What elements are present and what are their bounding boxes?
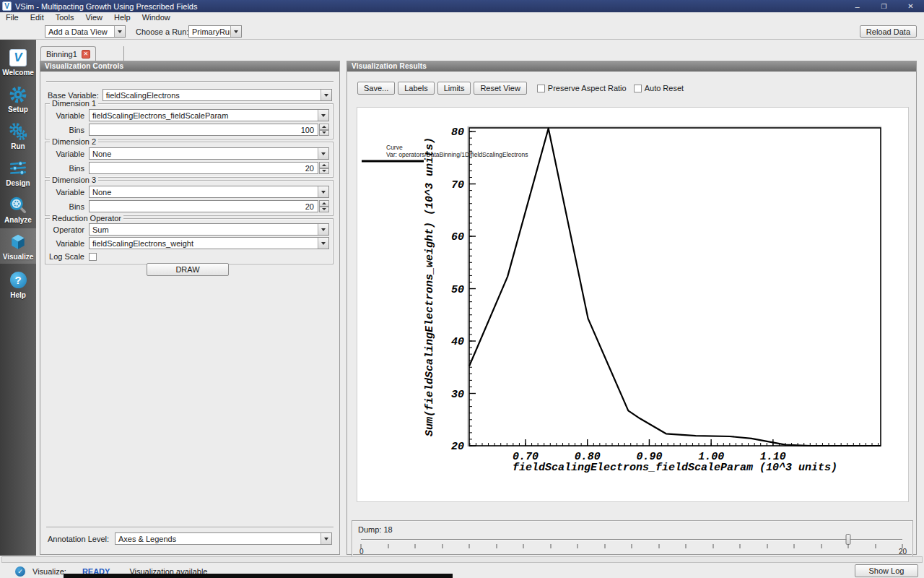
- operator-row: Operator Sum: [48, 223, 329, 236]
- operator-combo[interactable]: Sum: [89, 223, 329, 236]
- reload-data-button[interactable]: Reload Data: [860, 25, 917, 38]
- dim2-variable-value: None: [92, 150, 111, 158]
- tab-strip: Binning1: [36, 40, 340, 61]
- separator: [46, 527, 334, 528]
- base-variable-combo[interactable]: fieldScalingElectrons: [103, 89, 332, 101]
- chevron-down-icon[interactable]: [318, 110, 328, 121]
- dim1-variable-combo[interactable]: fieldScalingElectrons_fieldScaleParam: [89, 109, 329, 121]
- spin-down-icon[interactable]: [319, 207, 329, 213]
- sidebar-item-setup[interactable]: Setup: [0, 81, 36, 116]
- svg-text:fieldScalingElectrons_fieldSca: fieldScalingElectrons_fieldScaleParam (1…: [513, 462, 837, 474]
- status-strip: [1, 556, 923, 563]
- spin-up-icon[interactable]: [319, 200, 329, 207]
- dim2-bins-value[interactable]: 20: [89, 162, 318, 174]
- sidebar-item-welcome[interactable]: Welcome: [0, 44, 36, 79]
- controls-panel-title: Visualization Controls: [40, 61, 339, 72]
- menu-help[interactable]: Help: [108, 12, 136, 23]
- chevron-down-icon[interactable]: [321, 533, 331, 544]
- svg-text:40: 40: [451, 336, 464, 348]
- menu-tools[interactable]: Tools: [50, 12, 80, 23]
- controls-panel-content: Base Variable: fieldScalingElectrons Dim…: [40, 72, 339, 554]
- spin-down-icon[interactable]: [319, 130, 329, 137]
- results-panel-title: Visualization Results: [347, 61, 916, 72]
- dim1-variable-row: Variable fieldScalingElectrons_fieldScal…: [48, 109, 329, 121]
- labels-button[interactable]: Labels: [398, 82, 434, 95]
- log-scale-row: Log Scale: [48, 251, 329, 262]
- reset-view-button[interactable]: Reset View: [474, 82, 526, 95]
- sidebar-item-run[interactable]: Run: [0, 118, 36, 153]
- reduction-variable-value: fieldScalingElectrons_weight: [92, 239, 193, 248]
- add-data-view-combo[interactable]: Add a Data View: [45, 25, 126, 38]
- auto-reset-checkbox[interactable]: [634, 85, 642, 92]
- save-button[interactable]: Save...: [357, 82, 395, 95]
- chevron-down-icon[interactable]: [321, 90, 331, 100]
- menu-edit[interactable]: Edit: [25, 12, 50, 23]
- base-variable-value: fieldScalingElectrons: [106, 91, 180, 100]
- chevron-down-icon[interactable]: [318, 186, 328, 197]
- dim2-bins-spinner[interactable]: 20: [89, 162, 329, 174]
- chevron-down-icon[interactable]: [318, 148, 328, 159]
- variable-label: Variable: [48, 239, 84, 248]
- dim3-variable-combo[interactable]: None: [89, 186, 329, 198]
- log-scale-label: Log Scale: [48, 252, 84, 261]
- base-variable-label: Base Variable:: [48, 91, 99, 100]
- spin-down-icon[interactable]: [319, 168, 329, 175]
- dimension1-group: Dimension 1 Variable fieldScalingElectro…: [45, 103, 334, 139]
- menu-window[interactable]: Window: [136, 12, 176, 23]
- dim1-bins-spinner[interactable]: 100: [89, 124, 329, 136]
- slider-track[interactable]: [361, 539, 902, 540]
- spin-up-icon[interactable]: [319, 162, 329, 168]
- reduction-variable-combo[interactable]: fieldScalingElectrons_weight: [89, 237, 329, 249]
- spinner-buttons: [319, 124, 329, 136]
- minimize-icon[interactable]: [844, 0, 871, 12]
- dump-slider[interactable]: [361, 521, 902, 558]
- chevron-down-icon[interactable]: [230, 26, 241, 37]
- svg-text:70: 70: [451, 179, 464, 191]
- bins-label: Bins: [48, 126, 84, 134]
- chevron-down-icon[interactable]: [318, 238, 328, 249]
- dim3-bins-spinner[interactable]: 20: [89, 200, 329, 212]
- spinner-buttons: [319, 162, 329, 174]
- chevron-down-icon[interactable]: [318, 224, 328, 235]
- cube-icon: [8, 232, 28, 252]
- svg-text:50: 50: [451, 284, 464, 296]
- annotation-level-combo[interactable]: Axes & Legends: [115, 532, 332, 545]
- dim2-variable-combo[interactable]: None: [89, 147, 329, 160]
- panel-splitter[interactable]: [340, 61, 346, 555]
- operator-value: Sum: [92, 225, 109, 234]
- sidebar-item-visualize[interactable]: Visualize: [0, 228, 36, 264]
- choose-run-label: Choose a Run:: [136, 27, 188, 36]
- preserve-aspect-checkbox[interactable]: [537, 85, 545, 92]
- dim3-bins-value[interactable]: 20: [89, 200, 318, 212]
- sidebar: Welcome Setup Run Design Analyze: [0, 40, 36, 556]
- slider-handle[interactable]: [846, 534, 851, 545]
- maximize-icon[interactable]: [871, 0, 897, 12]
- magnifier-icon: [8, 195, 28, 215]
- sidebar-item-analyze[interactable]: Analyze: [0, 191, 36, 227]
- tab-close-icon[interactable]: [82, 50, 90, 59]
- sidebar-item-design[interactable]: Design: [0, 155, 36, 190]
- dim3-variable-row: Variable None: [48, 186, 329, 198]
- plot-canvas: 0.700.800.901.001.1020304050607080CurveV…: [357, 107, 909, 502]
- show-log-button[interactable]: Show Log: [855, 564, 918, 577]
- menu-view[interactable]: View: [79, 12, 108, 23]
- log-scale-checkbox[interactable]: [89, 253, 97, 261]
- draw-button[interactable]: DRAW: [147, 263, 229, 276]
- status-app-label: Visualize:: [32, 567, 66, 576]
- annotation-level-row: Annotation Level: Axes & Legends: [48, 532, 332, 545]
- limits-button[interactable]: Limits: [437, 82, 471, 95]
- slider-min-label: 0: [359, 548, 364, 556]
- dim1-bins-row: Bins 100: [48, 124, 329, 136]
- spin-up-icon[interactable]: [319, 124, 329, 130]
- dim1-bins-value[interactable]: 100: [89, 124, 318, 136]
- dimension3-group: Dimension 3 Variable None Bins 20: [45, 180, 334, 216]
- tab-binning1[interactable]: Binning1: [40, 46, 96, 61]
- menu-file[interactable]: File: [0, 12, 25, 23]
- auto-reset-group: Auto Reset: [634, 84, 684, 92]
- line-chart[interactable]: 0.700.800.901.001.1020304050607080CurveV…: [357, 108, 910, 503]
- spinner-buttons: [319, 200, 329, 212]
- chevron-down-icon[interactable]: [114, 26, 125, 37]
- sidebar-item-help[interactable]: Help: [0, 267, 36, 302]
- close-icon[interactable]: [897, 0, 924, 12]
- run-combo[interactable]: PrimaryRun: [188, 25, 242, 38]
